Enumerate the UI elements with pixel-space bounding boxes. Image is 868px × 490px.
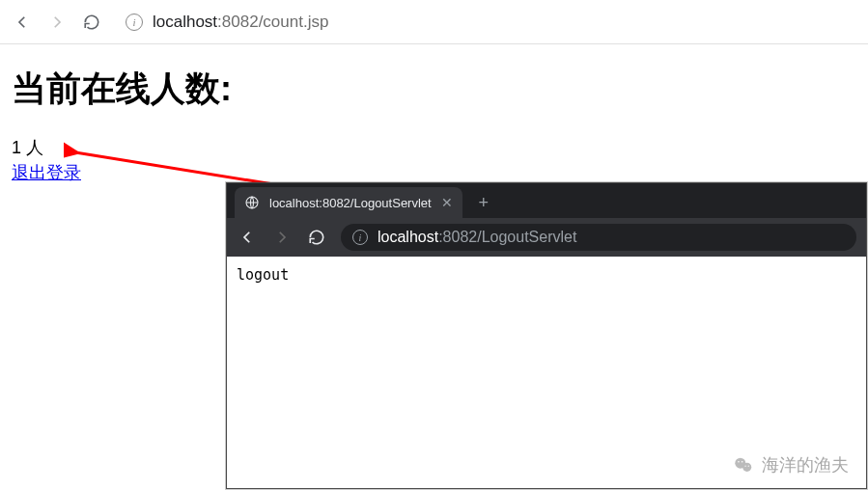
inner-tab[interactable]: localhost:8082/LogoutServlet ✕ [235, 187, 462, 218]
svg-point-5 [742, 461, 743, 463]
inner-reload-button[interactable] [306, 227, 327, 248]
inner-back-button[interactable] [237, 227, 258, 248]
page-content: 当前在线人数: 1 人 退出登录 [0, 44, 868, 196]
inner-browser-toolbar: i localhost:8082/LogoutServlet [227, 218, 866, 257]
url-path: :8082/count.jsp [217, 13, 328, 31]
page-heading: 当前在线人数: [12, 66, 856, 113]
site-info-icon[interactable]: i [126, 14, 143, 31]
inner-url-text: localhost:8082/LogoutServlet [378, 229, 576, 246]
url-text: localhost:8082/count.jsp [153, 13, 328, 32]
logout-link[interactable]: 退出登录 [12, 163, 81, 182]
forward-button[interactable] [46, 12, 68, 33]
svg-point-6 [744, 466, 745, 467]
url-domain: localhost [153, 13, 217, 31]
inner-url-domain: localhost [378, 229, 438, 245]
inner-page-body: logout [227, 257, 866, 293]
top-browser-toolbar: i localhost:8082/count.jsp [0, 0, 868, 44]
new-tab-button[interactable]: + [470, 189, 497, 216]
svg-point-3 [742, 463, 751, 472]
inner-tab-title: localhost:8082/LogoutServlet [269, 196, 432, 210]
address-bar[interactable]: i localhost:8082/count.jsp [116, 8, 856, 37]
wechat-icon [733, 454, 754, 476]
tab-close-icon[interactable]: ✕ [441, 195, 453, 210]
globe-icon [244, 195, 260, 210]
inner-body-text: logout [237, 266, 289, 284]
inner-url-path: :8082/LogoutServlet [438, 229, 576, 245]
reload-button[interactable] [81, 12, 102, 33]
back-button[interactable] [12, 12, 33, 33]
inner-browser-window: localhost:8082/LogoutServlet ✕ + i local… [226, 182, 867, 489]
inner-site-info-icon[interactable]: i [352, 230, 368, 245]
watermark: 海洋的渔夫 [733, 453, 849, 476]
inner-tabstrip: localhost:8082/LogoutServlet ✕ + [227, 183, 866, 218]
online-count-text: 1 人 [12, 136, 856, 159]
watermark-text: 海洋的渔夫 [762, 453, 849, 476]
inner-forward-button[interactable] [271, 227, 293, 248]
svg-point-7 [748, 466, 749, 467]
inner-address-bar[interactable]: i localhost:8082/LogoutServlet [341, 224, 856, 251]
svg-point-4 [738, 461, 740, 463]
